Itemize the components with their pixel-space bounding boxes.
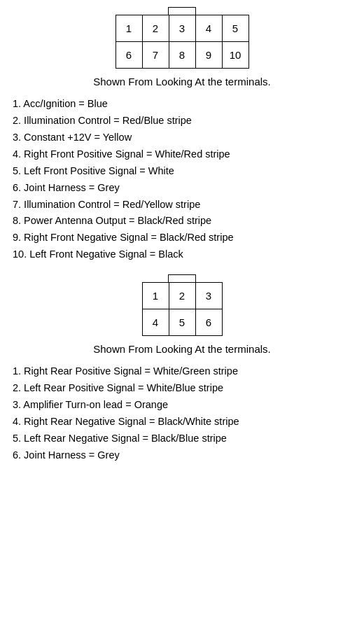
pin-3: 3 bbox=[195, 283, 222, 309]
pin-4: 4 bbox=[195, 15, 222, 42]
connector2-row1: 1 2 3 bbox=[142, 283, 222, 309]
connector2-row2: 4 5 6 bbox=[142, 309, 222, 336]
connector2-pin-list: 1. Right Rear Positive Signal = White/Gr… bbox=[7, 363, 357, 464]
connector1-pin-4: 4. Right Front Positive Signal = White/R… bbox=[10, 146, 354, 163]
connector1-row1: 1 2 3 4 5 bbox=[115, 15, 248, 42]
connector1-row2: 6 7 8 9 10 bbox=[115, 42, 248, 69]
connector1-pin-3: 3. Constant +12V = Yellow bbox=[10, 130, 354, 146]
connector2-table: 1 2 3 4 5 6 bbox=[142, 282, 223, 336]
pin-6: 6 bbox=[195, 309, 222, 336]
connector1-section: 1 2 3 4 5 6 7 8 9 10 Shown From Looking … bbox=[7, 7, 357, 263]
connector2-section: 1 2 3 4 5 6 Shown From Looking At the te… bbox=[7, 274, 357, 464]
connector1-pin-6: 6. Joint Harness = Grey bbox=[10, 180, 354, 197]
connector1-table: 1 2 3 4 5 6 7 8 9 10 bbox=[115, 15, 249, 69]
connector1-pin-1: 1. Acc/Ignition = Blue bbox=[10, 96, 354, 113]
connector2-diagram: 1 2 3 4 5 6 bbox=[7, 274, 357, 336]
connector2-pin-4: 4. Right Rear Negative Signal = Black/Wh… bbox=[10, 414, 354, 430]
connector1-pin-8: 8. Power Antenna Output = Black/Red stri… bbox=[10, 213, 354, 230]
pin-1: 1 bbox=[115, 15, 142, 42]
pin-8: 8 bbox=[169, 42, 195, 69]
connector2-pin-2: 2. Left Rear Positive Signal = White/Blu… bbox=[10, 380, 354, 397]
pin-7: 7 bbox=[142, 42, 169, 69]
pin-6: 6 bbox=[115, 42, 142, 69]
connector1-pin-7: 7. Illumination Control = Red/Yellow str… bbox=[10, 197, 354, 214]
connector2-caption: Shown From Looking At the terminals. bbox=[7, 342, 357, 356]
pin-2: 2 bbox=[142, 15, 169, 42]
connector1-pin-10: 10. Left Front Negative Signal = Black bbox=[10, 246, 354, 263]
pin-5: 5 bbox=[169, 309, 195, 336]
pin-2: 2 bbox=[169, 283, 195, 309]
pin-4: 4 bbox=[142, 309, 169, 336]
connector1-pin-5: 5. Left Front Positive Signal = White bbox=[10, 163, 354, 180]
pin-3: 3 bbox=[169, 15, 195, 42]
pin-5: 5 bbox=[222, 15, 248, 42]
connector2-pin-1: 1. Right Rear Positive Signal = White/Gr… bbox=[10, 363, 354, 380]
connector1-pin-2: 2. Illumination Control = Red/Blue strip… bbox=[10, 113, 354, 130]
pin-10: 10 bbox=[222, 42, 248, 69]
pin-1: 1 bbox=[142, 283, 169, 309]
connector1-caption: Shown From Looking At the terminals. bbox=[7, 74, 357, 89]
connector1-pin-9: 9. Right Front Negative Signal = Black/R… bbox=[10, 230, 354, 246]
connector1-diagram: 1 2 3 4 5 6 7 8 9 10 bbox=[7, 7, 357, 69]
connector2-pin-5: 5. Left Rear Negative Signal = Black/Blu… bbox=[10, 430, 354, 447]
connector1-pin-list: 1. Acc/Ignition = Blue 2. Illumination C… bbox=[7, 96, 357, 263]
connector2-pin-6: 6. Joint Harness = Grey bbox=[10, 447, 354, 464]
connector2-pin-3: 3. Amplifier Turn-on lead = Orange bbox=[10, 397, 354, 414]
pin-9: 9 bbox=[195, 42, 222, 69]
